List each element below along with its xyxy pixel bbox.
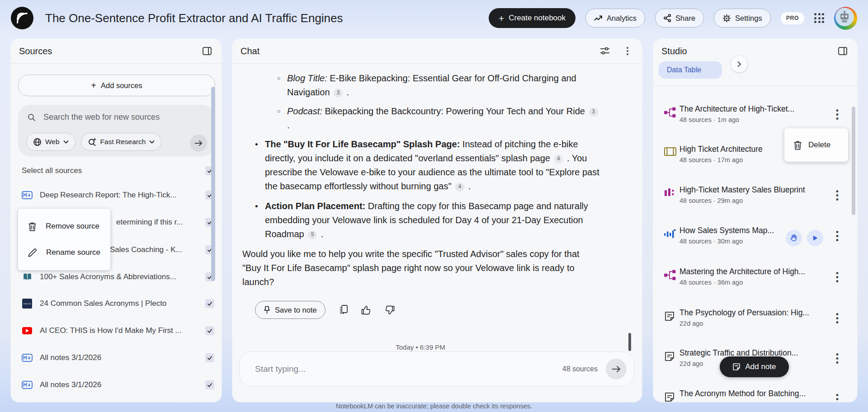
studio-item[interactable]: The Acronym Method for Batching... ••• xyxy=(653,387,857,402)
settings-label: Settings xyxy=(735,14,762,23)
chat-message: ○ Blog Title: E-Bike Bikepacking: Essent… xyxy=(242,71,604,351)
notebooklm-app: The One-Sentence Profit Extractor and AI… xyxy=(0,0,868,412)
delete-menu-item[interactable]: Delete xyxy=(784,128,848,162)
collapse-panel-icon[interactable] xyxy=(836,45,849,57)
studio-item[interactable]: Mastering the Architecture of High... 48… xyxy=(653,265,857,290)
citation-badge[interactable]: 4 xyxy=(554,154,563,164)
send-button[interactable] xyxy=(606,359,627,379)
more-menu-icon[interactable]: ••• xyxy=(833,272,841,284)
share-button[interactable]: Share xyxy=(655,9,704,28)
web-filter-chip[interactable]: Web xyxy=(26,133,75,151)
source-checkbox[interactable] xyxy=(205,326,214,335)
studio-item-meta: 48 sources · 1m ago xyxy=(679,116,854,124)
add-note-button[interactable]: Add note xyxy=(720,356,789,377)
chat-scrollbar[interactable] xyxy=(628,333,631,351)
web-chip-label: Web xyxy=(45,138,60,146)
search-submit-button[interactable] xyxy=(190,135,207,152)
trash-icon xyxy=(28,222,37,231)
analytics-button[interactable]: Analytics xyxy=(585,9,645,28)
collapse-panel-icon[interactable] xyxy=(201,45,213,57)
note-icon xyxy=(732,363,741,371)
report-chart-icon xyxy=(664,185,679,197)
studio-item-audio[interactable]: How Sales Systems Map... 48 sources · 30… xyxy=(653,224,857,249)
source-row[interactable]: All notes 3/1/2026 xyxy=(18,374,214,396)
citation-badge[interactable]: 3 xyxy=(589,108,598,117)
fast-research-chip[interactable]: Fast Research xyxy=(81,133,162,151)
settings-button[interactable]: Settings xyxy=(714,9,771,28)
chat-bullet: • Action Plan Placement: Drafting the co… xyxy=(242,199,604,241)
select-all-label: Select all sources xyxy=(22,166,82,175)
mindmap-icon xyxy=(664,267,679,280)
studio-item-meta: 48 sources · 30m ago xyxy=(679,238,803,245)
studio-item[interactable]: The Psychology of Persuasion: Hig... 22d… xyxy=(653,306,857,332)
interactive-mode-button[interactable] xyxy=(786,230,802,246)
data-table-chip[interactable]: Data Table xyxy=(659,61,722,79)
more-menu-icon[interactable]: ••• xyxy=(833,230,841,243)
more-menu-icon[interactable]: ••• xyxy=(833,353,841,365)
studio-item[interactable]: The Architecture of High-Ticket... 48 so… xyxy=(653,103,857,128)
note-icon xyxy=(664,308,679,322)
book-icon xyxy=(22,272,33,281)
top-bar: The One-Sentence Profit Extractor and AI… xyxy=(0,0,868,36)
thumbs-down-icon[interactable] xyxy=(385,305,395,315)
citation-badge[interactable]: 3 xyxy=(334,89,343,98)
play-button[interactable] xyxy=(807,230,823,246)
add-sources-label: Add sources xyxy=(101,81,142,90)
source-row[interactable]: AI CEO: THIS is How I'd Make My First ..… xyxy=(18,320,214,342)
delete-label: Delete xyxy=(808,140,830,150)
source-title: 24 Common Sales Acronyms | Plecto xyxy=(40,299,205,308)
pin-icon xyxy=(264,306,270,314)
more-menu-icon[interactable]: ••• xyxy=(833,190,841,202)
more-menu-icon[interactable]: ••• xyxy=(833,109,841,121)
studio-item[interactable]: High-Ticket Mastery Sales Blueprint 48 s… xyxy=(653,183,857,209)
account-avatar[interactable] xyxy=(834,7,857,30)
citation-badge[interactable]: 4 xyxy=(455,183,464,192)
create-notebook-button[interactable]: + Create notebook xyxy=(489,8,576,28)
source-row[interactable]: PLECTO 24 Common Sales Acronyms | Plecto xyxy=(18,293,214,314)
studio-scrollbar[interactable] xyxy=(852,107,855,215)
plecto-logo-icon: PLECTO xyxy=(22,299,33,309)
copy-icon[interactable] xyxy=(339,305,348,315)
source-checkbox[interactable] xyxy=(205,353,214,362)
sources-scrollbar[interactable] xyxy=(211,87,215,281)
studio-item-title: High-Ticket Mastery Sales Blueprint xyxy=(679,185,854,195)
plus-icon: + xyxy=(499,14,504,23)
studio-item-title: The Acronym Method for Batching... xyxy=(679,389,854,398)
rename-source-menu-item[interactable]: Rename source xyxy=(18,239,110,266)
message-actions-row: Save to note xyxy=(242,301,604,319)
citation-badge[interactable]: 5 xyxy=(308,230,317,239)
studio-item-title: Mastering the Architecture of High... xyxy=(679,267,854,276)
chat-more-menu-icon[interactable] xyxy=(621,45,634,57)
remove-source-menu-item[interactable]: Remove source xyxy=(18,213,110,239)
web-search-box: Web Fast Research xyxy=(18,105,214,156)
save-to-note-button[interactable]: Save to note xyxy=(255,301,326,319)
more-menu-icon[interactable]: ••• xyxy=(833,313,841,325)
source-context-menu: Remove source Rename source xyxy=(18,209,110,270)
notebook-title[interactable]: The One-Sentence Profit Extractor and AI… xyxy=(45,0,343,36)
chat-panel: Chat ○ Blog Title: E-Bike Bikepacking: E… xyxy=(232,39,642,402)
share-icon xyxy=(664,14,671,22)
add-sources-button[interactable]: + Add sources xyxy=(18,75,215,96)
chat-settings-icon[interactable] xyxy=(599,45,611,57)
source-checkbox[interactable] xyxy=(205,380,214,389)
search-web-input[interactable] xyxy=(42,112,180,122)
notebooklm-logo-icon[interactable] xyxy=(11,7,33,29)
source-row[interactable]: All notes 3/1/2026 xyxy=(18,347,214,369)
chip-carousel-next-button[interactable] xyxy=(731,56,747,72)
apps-grid-icon[interactable] xyxy=(814,13,824,23)
disclaimer-text: NotebookLM can be inaccurate; please dou… xyxy=(0,403,868,410)
audio-waveform-icon xyxy=(664,226,679,239)
thumbs-up-icon[interactable] xyxy=(361,305,371,315)
sources-count-label: 48 sources xyxy=(562,365,598,373)
sources-panel: Sources + Add sources Web xyxy=(11,39,222,402)
more-menu-icon[interactable]: ••• xyxy=(833,393,841,402)
note-icon xyxy=(664,389,679,402)
source-checkbox[interactable] xyxy=(205,299,214,308)
data-table-chip-label: Data Table xyxy=(667,66,701,74)
chat-title: Chat xyxy=(241,46,259,56)
share-label: Share xyxy=(675,14,695,23)
source-row[interactable]: Deep Research Report: The High-Tick... xyxy=(18,184,214,206)
chat-input[interactable] xyxy=(254,364,562,375)
chat-paragraph: Would you like me to help you write the … xyxy=(242,247,604,289)
trending-up-icon xyxy=(594,14,603,22)
